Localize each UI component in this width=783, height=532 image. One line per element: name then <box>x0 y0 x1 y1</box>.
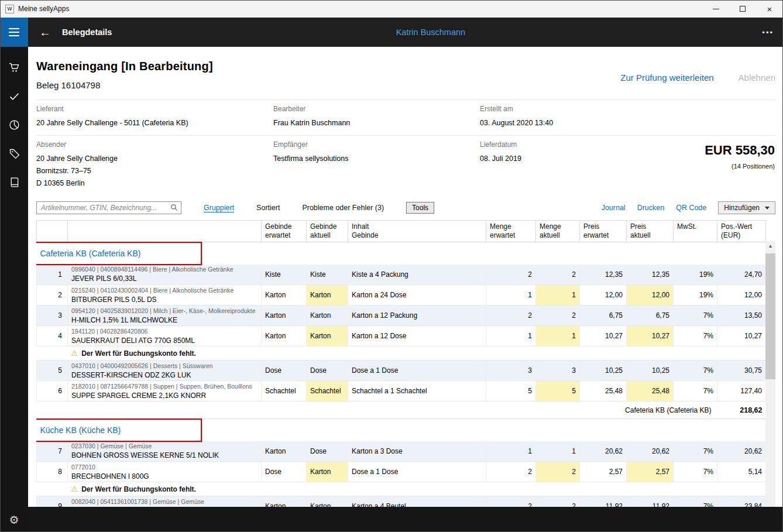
pie-chart-icon[interactable] <box>8 118 20 131</box>
table-row[interactable]: 1 0996040 | 04008948114496 | Biere | Alk… <box>37 265 766 285</box>
cell-menge-erwartet: 5 <box>486 381 536 401</box>
cell-menge-aktuell[interactable]: 2 <box>536 462 580 482</box>
cell-preis-aktuell[interactable]: 11,92 <box>627 496 674 507</box>
cell-gebinde-aktuell[interactable]: Kiste <box>307 265 348 285</box>
cell-gebinde-erwartet: Karton <box>262 441 307 462</box>
table-row[interactable]: 9 0082040 | 05411361001738 | Gemüse | Ge… <box>37 496 766 507</box>
table-row[interactable]: 2 0215240 | 04102430002404 | Biere | Alk… <box>37 285 766 306</box>
tag-icon[interactable] <box>8 147 20 160</box>
check-icon[interactable] <box>8 90 20 102</box>
cell-pos-wert: 24,70 <box>717 265 766 285</box>
cell-menge-aktuell[interactable]: 2 <box>536 306 580 326</box>
table-row[interactable]: 6 2182010 | 08712566479788 | Suppen | Su… <box>37 381 766 401</box>
absender-label: Absender <box>36 140 273 149</box>
journal-link[interactable]: Journal <box>602 204 626 212</box>
more-options-icon[interactable]: ••• <box>762 28 774 37</box>
cell-menge-erwartet: 2 <box>486 496 536 507</box>
user-link[interactable]: Katrin Buschmann <box>396 28 465 37</box>
cell-preis-aktuell[interactable]: 20,62 <box>627 441 674 462</box>
cell-preis-aktuell[interactable]: 12,00 <box>627 285 674 306</box>
close-button[interactable]: × <box>756 0 783 18</box>
cell-preis-aktuell[interactable]: 6,75 <box>627 306 674 326</box>
cell-preis-aktuell[interactable]: 12,35 <box>627 265 674 285</box>
cell-gebinde-aktuell[interactable]: Karton <box>307 496 348 507</box>
probleme-filter[interactable]: Probleme oder Fehler (3) <box>302 204 384 212</box>
drucken-link[interactable]: Drucken <box>637 204 665 212</box>
group-title-text[interactable]: Küche KB (Küche KB) <box>40 425 121 435</box>
hamburger-menu-icon[interactable] <box>0 18 28 47</box>
sortiert-toggle[interactable]: Sortiert <box>256 204 280 212</box>
reject-link[interactable]: Ablehnen <box>739 73 775 90</box>
cart-icon[interactable] <box>8 61 20 74</box>
cell-menge-erwartet: 2 <box>486 462 536 482</box>
cell-pos-wert: 30,75 <box>717 361 766 381</box>
cell-gebinde-aktuell[interactable]: Karton <box>307 306 348 326</box>
cell-preis-aktuell[interactable]: 25,48 <box>627 381 674 401</box>
cell-preis-aktuell[interactable]: 10,27 <box>627 326 674 346</box>
chevron-down-icon <box>765 207 770 210</box>
table-header-row: Gebinde erwartet Gebinde aktuell Inhalt … <box>37 221 766 242</box>
cell-menge-aktuell[interactable]: 2 <box>536 496 580 507</box>
cell-preis-aktuell[interactable]: 10,25 <box>627 361 674 381</box>
empfaenger-label: Empfänger <box>273 140 480 149</box>
cell-inhalt-gebinde: Dose a 1 Dose <box>348 462 486 482</box>
cell-preis-erwartet: 6,75 <box>580 306 627 326</box>
cell-gebinde-erwartet: Karton <box>262 306 307 326</box>
erstellt-am-label: Erstellt am <box>480 105 775 113</box>
table-row[interactable]: 8 0772010 BRECHBOHNEN I 800G Dose Karton… <box>37 462 766 482</box>
cell-menge-aktuell[interactable]: 1 <box>536 326 580 346</box>
scrollbar-thumb[interactable] <box>765 253 775 379</box>
col-mwst: MwSt. <box>674 221 717 242</box>
erstellt-am-value: 03. August 2020 13:40 <box>480 117 775 129</box>
cell-gebinde-aktuell[interactable]: Schachtel <box>307 381 348 401</box>
table-row[interactable]: 4 1941120 | 04028286420806 SAUERKRAUT DE… <box>37 326 766 346</box>
cell-gebinde-erwartet: Dose <box>262 361 307 381</box>
lieferant-value: 20 Jahre Selly Challenge - 5011 (Cafeter… <box>36 117 273 129</box>
minimize-button[interactable] <box>702 0 729 18</box>
cell-preis-erwartet: 2,57 <box>580 462 627 482</box>
cell-gebinde-erwartet: Schachtel <box>262 381 307 401</box>
search-input[interactable] <box>36 201 181 214</box>
row-number: 2 <box>37 285 68 306</box>
table-row[interactable]: 5 0437010 | 04000492005626 | Desserts | … <box>37 361 766 381</box>
cell-gebinde-aktuell[interactable]: Dose <box>307 361 348 381</box>
cell-gebinde-aktuell[interactable]: Karton <box>307 326 348 346</box>
table-row[interactable]: 3 0954120 | 04025839012020 | Milch | Eie… <box>37 306 766 326</box>
table-row[interactable]: 7 0237030 | Gemüse | Gemüse BOHNEN GROSS… <box>37 441 766 462</box>
scroll-down-icon[interactable]: ▼ <box>765 504 775 507</box>
toolbar: Gruppiert Sortiert Probleme oder Fehler … <box>36 201 775 214</box>
forward-for-review-link[interactable]: Zur Prüfung weiterleiten <box>620 73 713 90</box>
back-arrow-icon[interactable]: ← <box>36 26 54 39</box>
book-icon[interactable] <box>8 176 20 188</box>
gear-icon[interactable]: ⚙ <box>0 514 28 526</box>
cell-preis-aktuell[interactable]: 2,57 <box>627 462 674 482</box>
bearbeiter-label: Bearbeiter <box>273 105 480 113</box>
cell-inhalt-gebinde: Karton a 3 Dose <box>348 441 486 462</box>
titlebar: W Meine sellyApps × <box>0 0 783 18</box>
group-title-text[interactable]: Cafeteria KB (Cafeteria KB) <box>40 249 141 258</box>
row-article-name: BABYMOEHREN 6/14 2,5KG TK ARDO <box>71 507 257 507</box>
cell-menge-aktuell[interactable]: 1 <box>536 285 580 306</box>
hinzufuegen-button[interactable]: Hinzufügen <box>718 201 775 214</box>
col-menge-aktuell: Menge aktuell <box>536 221 580 242</box>
maximize-button[interactable] <box>729 0 756 18</box>
vertical-scrollbar[interactable]: ▲ ▼ <box>765 241 775 507</box>
cell-menge-aktuell[interactable]: 3 <box>536 361 580 381</box>
cell-mwst: 7% <box>674 361 717 381</box>
window-title: Meine sellyApps <box>18 5 69 13</box>
cell-menge-aktuell[interactable]: 5 <box>536 381 580 401</box>
absender-line3: D 10365 Berlin <box>36 177 273 190</box>
tools-button[interactable]: Tools <box>406 202 434 214</box>
cell-gebinde-aktuell[interactable]: Karton <box>307 462 348 482</box>
cell-menge-aktuell[interactable]: 1 <box>536 441 580 462</box>
qr-code-link[interactable]: QR Code <box>676 204 706 212</box>
cell-gebinde-aktuell[interactable]: Karton <box>307 285 348 306</box>
gruppiert-toggle[interactable]: Gruppiert <box>204 204 234 212</box>
row-number: 7 <box>37 441 68 462</box>
scroll-up-icon[interactable]: ▲ <box>765 241 775 251</box>
row-number: 8 <box>37 462 68 482</box>
cell-menge-aktuell[interactable]: 2 <box>536 265 580 285</box>
cell-gebinde-erwartet: Dose <box>262 462 307 482</box>
cell-gebinde-aktuell[interactable]: Dose <box>307 441 348 462</box>
col-pos-wert: Pos.-Wert (EUR) <box>717 221 766 242</box>
